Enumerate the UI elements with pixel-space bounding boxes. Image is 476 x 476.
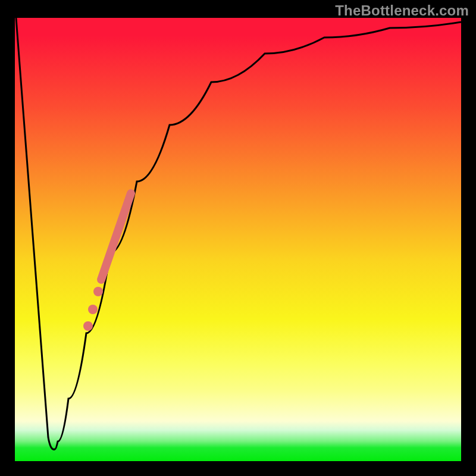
- watermark-text: TheBottleneck.com: [335, 2, 469, 19]
- curve-svg: [15, 18, 461, 461]
- bottleneck-curve: [16, 18, 461, 449]
- highlight-segment: [101, 193, 131, 280]
- highlight-dot: [88, 305, 98, 314]
- highlight-dot: [83, 321, 93, 331]
- highlight-dot: [93, 287, 103, 296]
- chart-frame: TheBottleneck.com: [0, 0, 476, 476]
- plot-area: [15, 18, 461, 461]
